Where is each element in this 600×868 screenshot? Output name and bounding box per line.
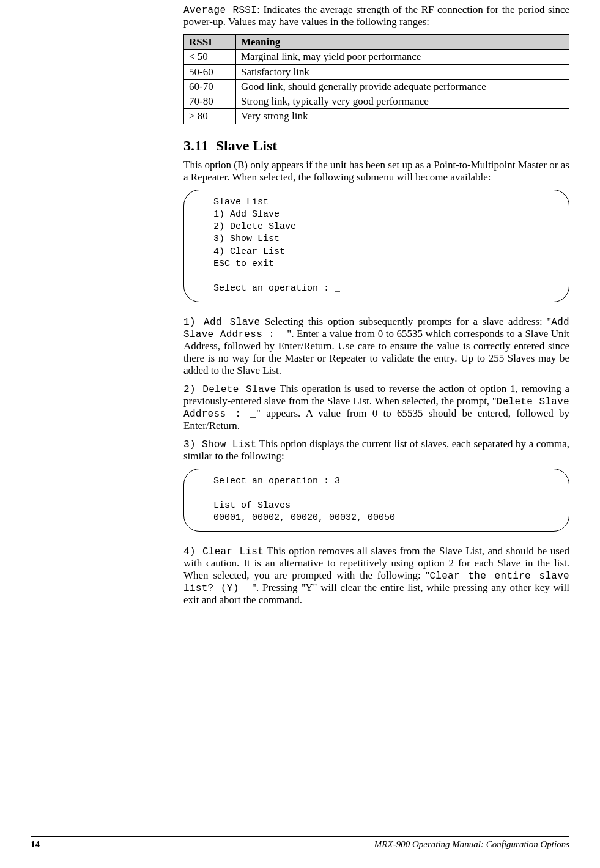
avg-rssi-paragraph: Average RSSI: Indicates the average stre… xyxy=(183,4,569,28)
rssi-header-0: RSSI xyxy=(184,35,236,50)
table-row: 50-60 Satisfactory link xyxy=(184,64,569,79)
show-list-output-codebox: Select an operation : 3 List of Slaves 0… xyxy=(183,469,569,532)
opt-show-list-paragraph: 3) Show List This option displays the cu… xyxy=(183,438,569,462)
table-row: < 50 Marginal link, may yield poor perfo… xyxy=(184,50,569,64)
opt3-label: 3) Show List xyxy=(183,439,256,450)
rssi-header-1: Meaning xyxy=(236,35,569,50)
opt4-label: 4) Clear List xyxy=(183,546,264,557)
avg-rssi-label: Average RSSI xyxy=(183,5,257,16)
opt2-label: 2) Delete Slave xyxy=(183,384,276,395)
table-row: > 80 Very strong link xyxy=(184,109,569,124)
rssi-table: RSSI Meaning < 50 Marginal link, may yie… xyxy=(183,34,569,124)
page-footer: 14 MRX-900 Operating Manual: Configurati… xyxy=(0,836,600,850)
opt1-label: 1) Add Slave xyxy=(183,317,260,328)
footer-title: MRX-900 Operating Manual: Configuration … xyxy=(374,839,569,850)
opt-delete-slave-paragraph: 2) Delete Slave This operation is used t… xyxy=(183,383,569,432)
table-row: 70-80 Strong link, typically very good p… xyxy=(184,94,569,109)
section-intro: This option (B) only appears if the unit… xyxy=(183,159,569,184)
opt-add-slave-paragraph: 1) Add Slave Selecting this option subse… xyxy=(183,316,569,377)
table-row: 60-70 Good link, should generally provid… xyxy=(184,79,569,94)
section-heading: 3.11 Slave List xyxy=(183,138,569,154)
page-number: 14 xyxy=(31,839,40,850)
slave-list-menu-codebox: Slave List 1) Add Slave 2) Delete Slave … xyxy=(183,190,569,302)
opt-clear-list-paragraph: 4) Clear List This option removes all sl… xyxy=(183,545,569,606)
